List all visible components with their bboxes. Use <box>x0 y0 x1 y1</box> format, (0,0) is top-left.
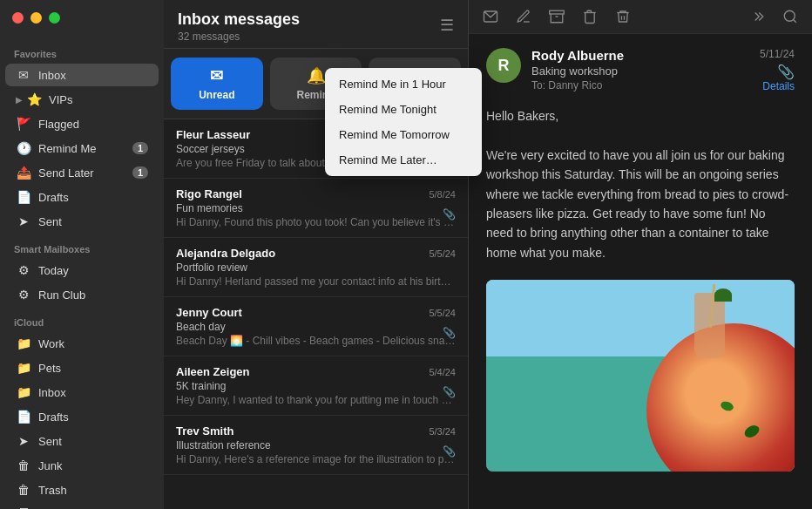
sidebar-item-junk[interactable]: 🗑 Junk <box>5 454 159 477</box>
sidebar-item-flagged[interactable]: 🚩 Flagged <box>5 112 159 135</box>
sidebar-label-remind-me: Remind Me <box>38 142 96 155</box>
email-text: We're very excited to have you all join … <box>486 146 795 262</box>
email-detail: R Rody Albuerne Baking workshop To: Dann… <box>469 0 812 509</box>
message-item[interactable]: Trev Smith 5/3/24 Illustration reference… <box>164 416 468 475</box>
sidebar-item-trash[interactable]: 🗑 Trash <box>5 478 159 501</box>
minimize-button[interactable] <box>30 12 42 24</box>
icloud-drafts-icon: 📄 <box>16 409 31 424</box>
trash-toolbar-icon[interactable] <box>582 9 598 24</box>
message-item[interactable]: Alejandra Delgado 5/5/24 Portfolio revie… <box>164 238 468 297</box>
remind-1hr[interactable]: Remind Me in 1 Hour <box>325 71 482 97</box>
svg-rect-1 <box>550 10 565 14</box>
filter-icon[interactable]: ☰ <box>440 16 454 35</box>
remind-me-badge: 1 <box>132 142 148 154</box>
today-icon: ⚙ <box>16 262 31 278</box>
search-toolbar-icon[interactable] <box>782 9 798 24</box>
sidebar-item-inbox[interactable]: ✉ Inbox <box>5 64 159 86</box>
sidebar-item-send-later[interactable]: 📤 Send Later 1 <box>5 161 159 184</box>
message-item[interactable]: Aileen Zeigen 5/4/24 5K training Hey Dan… <box>164 356 468 416</box>
email-date: 5/11/24 <box>760 48 795 60</box>
message-item[interactable]: Jenny Court 5/5/24 Beach day Beach Day 🌅… <box>164 297 468 356</box>
email-image <box>486 280 795 472</box>
sidebar-item-remind-me[interactable]: 🕐 Remind Me 1 <box>5 137 159 159</box>
sidebar-item-drafts[interactable]: 📄 Drafts <box>5 186 159 208</box>
close-button[interactable] <box>12 12 24 24</box>
sidebar-item-pets[interactable]: 📁 Pets <box>5 356 159 379</box>
message-sender: Jenny Court <box>176 306 242 319</box>
sidebar-label-send-later: Send Later <box>38 166 94 180</box>
trash-icon: 🗑 <box>16 482 31 498</box>
message-sender: Alejandra Delgado <box>176 247 275 260</box>
message-preview: Beach Day 🌅 - Chill vibes - Beach games … <box>176 335 456 347</box>
sidebar-item-archive[interactable]: 🗄 Archive <box>5 503 159 509</box>
sidebar-item-run-club[interactable]: ⚙ Run Club <box>5 283 159 306</box>
sent-icon: ➤ <box>16 214 31 229</box>
flagged-icon: 🚩 <box>16 116 31 132</box>
sidebar: Favorites ✉ Inbox ▶ ⭐ VIPs 🚩 Flagged 🕐 R… <box>0 0 164 509</box>
work-icon: 📁 <box>16 336 31 351</box>
unread-filter-label: Unread <box>199 89 234 101</box>
sidebar-item-work[interactable]: 📁 Work <box>5 332 159 355</box>
sidebar-label-icloud-inbox: Inbox <box>38 386 66 399</box>
details-link[interactable]: Details <box>762 80 795 92</box>
sidebar-item-vips[interactable]: ▶ ⭐ VIPs <box>5 88 159 111</box>
message-date: 5/3/24 <box>429 426 456 437</box>
sidebar-item-icloud-inbox[interactable]: 📁 Inbox <box>5 381 159 404</box>
move-trash-icon[interactable] <box>615 9 631 24</box>
message-subject: Beach day <box>176 321 456 333</box>
svg-line-6 <box>793 19 795 22</box>
message-item[interactable]: Rigo Rangel 5/8/24 Fun memories Hi Danny… <box>164 179 468 238</box>
sidebar-label-flagged: Flagged <box>38 118 79 131</box>
sidebar-item-sent[interactable]: ➤ Sent <box>5 210 159 233</box>
email-to: To: Danny Rico <box>531 79 745 92</box>
archive-icon[interactable] <box>549 9 565 24</box>
sidebar-label-icloud-drafts: Drafts <box>38 411 69 424</box>
sidebar-label-work: Work <box>38 337 64 350</box>
sidebar-item-icloud-drafts[interactable]: 📄 Drafts <box>5 405 159 428</box>
chevron-icon: ▶ <box>16 95 23 105</box>
sidebar-item-today[interactable]: ⚙ Today <box>5 259 159 282</box>
inbox-icon: ✉ <box>16 67 31 83</box>
email-greeting: Hello Bakers, <box>486 106 795 126</box>
sidebar-label-today: Today <box>38 264 69 277</box>
remind-tonight[interactable]: Remind Me Tonight <box>325 97 482 122</box>
message-subject: 5K training <box>176 380 456 392</box>
sidebar-item-icloud-sent[interactable]: ➤ Sent <box>5 430 159 452</box>
sidebar-label-inbox: Inbox <box>38 69 66 82</box>
run-club-icon: ⚙ <box>16 287 31 302</box>
remind-tomorrow[interactable]: Remind Me Tomorrow <box>325 122 482 147</box>
remind-later[interactable]: Remind Me Later… <box>325 147 482 173</box>
pets-icon: 📁 <box>16 360 31 376</box>
traffic-lights <box>12 12 60 24</box>
message-subject: Illustration reference <box>176 439 456 451</box>
attachment-icon: 📎 <box>443 445 456 458</box>
send-later-badge: 1 <box>132 166 148 179</box>
attachment-icon: 📎 <box>443 327 456 339</box>
message-preview: Hi Danny! Herland passed me your contact… <box>176 275 456 288</box>
message-list: Inbox messages 32 messages ☰ ✉ Unread 🔔 … <box>164 0 469 509</box>
detail-toolbar <box>469 0 812 34</box>
unread-filter-icon: ✉ <box>210 66 223 85</box>
filter-unread-button[interactable]: ✉ Unread <box>171 58 263 110</box>
attachment-icon: 📎 <box>443 386 456 398</box>
remind-me-icon: 🕐 <box>16 140 31 156</box>
vips-icon: ⭐ <box>26 92 42 107</box>
email-meta: Rody Albuerne Baking workshop To: Danny … <box>531 48 745 92</box>
remind-filter-icon: 🔔 <box>307 66 326 85</box>
message-preview: Hey Danny, I wanted to thank you for put… <box>176 394 456 406</box>
to-address: Danny Rico <box>548 79 602 92</box>
message-date: 5/8/24 <box>429 189 456 200</box>
sidebar-label-sent: Sent <box>38 215 62 228</box>
more-icon[interactable] <box>749 9 765 24</box>
junk-icon: 🗑 <box>16 458 31 473</box>
icloud-inbox-icon: 📁 <box>16 384 31 400</box>
email-body: Hello Bakers, We're very excited to have… <box>486 106 795 262</box>
to-label: To: <box>531 79 545 92</box>
compose-icon[interactable] <box>516 9 531 24</box>
message-subject: Portfolio review <box>176 261 456 274</box>
message-preview: Hi Danny, Found this photo you took! Can… <box>176 216 456 228</box>
avatar-initials: R <box>498 57 510 75</box>
fullscreen-button[interactable] <box>49 12 60 24</box>
reply-icon[interactable] <box>483 9 498 24</box>
email-subject: Baking workshop <box>531 64 745 78</box>
